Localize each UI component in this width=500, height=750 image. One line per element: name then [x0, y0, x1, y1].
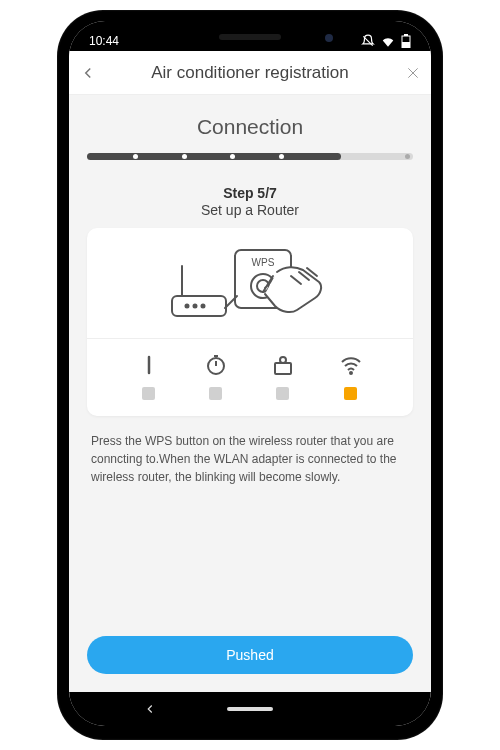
- instruction-text: Press the WPS button on the wireless rou…: [87, 432, 413, 486]
- wps-press-illustration: WPS: [155, 236, 345, 331]
- page-title: Air conditioner registration: [107, 63, 393, 83]
- svg-rect-2: [402, 42, 410, 48]
- timer-icon: [204, 353, 228, 377]
- back-button[interactable]: [79, 64, 107, 82]
- progress-dot: [133, 154, 138, 159]
- phone-camera: [325, 34, 333, 42]
- close-button[interactable]: [393, 65, 421, 81]
- nav-back-icon[interactable]: [143, 702, 157, 716]
- battery-icon: [401, 34, 411, 48]
- svg-point-21: [350, 372, 352, 374]
- progress-end-dot: [405, 154, 410, 159]
- indicator-light-active: [344, 387, 357, 400]
- indicator-light: [209, 387, 222, 400]
- progress-bar: [87, 149, 413, 163]
- section-title: Connection: [87, 115, 413, 139]
- pushed-button[interactable]: Pushed: [87, 636, 413, 674]
- bell-off-icon: [361, 34, 375, 48]
- step-subtitle: Set up a Router: [87, 202, 413, 218]
- instruction-card: WPS: [87, 228, 413, 416]
- screen: 10:44 Air conditioner registration Conne…: [69, 21, 431, 726]
- indicator-wifi: [338, 353, 364, 400]
- svg-point-9: [202, 304, 205, 307]
- nav-home-pill[interactable]: [227, 707, 273, 711]
- progress-dot: [182, 154, 187, 159]
- svg-point-8: [194, 304, 197, 307]
- step-label: Step 5/7: [87, 185, 413, 201]
- indicator-row: [87, 339, 413, 416]
- svg-text:WPS: WPS: [252, 257, 275, 268]
- device-icon: [271, 353, 295, 377]
- content-area: Connection Step 5/7 Set up a Router: [69, 95, 431, 692]
- close-icon: [405, 65, 421, 81]
- chevron-left-icon: [79, 64, 97, 82]
- indicator-light: [276, 387, 289, 400]
- svg-rect-6: [172, 296, 226, 316]
- svg-point-20: [280, 357, 286, 363]
- progress-fill: [87, 153, 341, 160]
- indicator-light: [142, 387, 155, 400]
- indicator-timer: [204, 353, 228, 400]
- android-nav-bar: [69, 692, 431, 726]
- app-bar: Air conditioner registration: [69, 51, 431, 95]
- svg-rect-19: [275, 363, 291, 374]
- wifi-icon: [338, 353, 364, 377]
- wifi-icon: [381, 35, 395, 47]
- phone-speaker: [219, 34, 281, 40]
- line-icon: [137, 353, 161, 377]
- router-wps-illustration: WPS: [87, 228, 413, 338]
- phone-frame: 10:44 Air conditioner registration Conne…: [57, 10, 443, 740]
- indicator-device: [271, 353, 295, 400]
- indicator-line: [137, 353, 161, 400]
- svg-point-7: [186, 304, 189, 307]
- status-icons: [361, 34, 411, 48]
